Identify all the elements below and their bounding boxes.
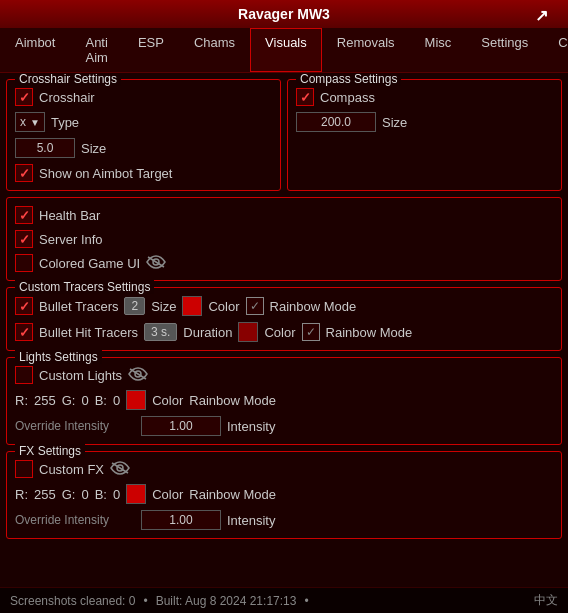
bullet-hit-tracers-color-swatch[interactable] — [238, 322, 258, 342]
custom-lights-label: Custom Lights — [39, 368, 122, 383]
fx-rainbow-label: Rainbow Mode — [189, 487, 276, 502]
health-bar-label: Health Bar — [39, 208, 100, 223]
compass-size-input[interactable] — [296, 112, 376, 132]
title-bar: Ravager MW3 ↗ — [0, 0, 568, 28]
fx-color-swatch[interactable] — [126, 484, 146, 504]
fx-r-value: 255 — [34, 487, 56, 502]
bullet-tracers-size-badge: 2 — [124, 297, 145, 315]
compass-size-label: Size — [382, 115, 407, 130]
bullet-hit-tracers-rainbow-label: Rainbow Mode — [326, 325, 413, 340]
bullet-tracers-rainbow-checkbox[interactable] — [246, 297, 264, 315]
fx-intensity-value: 1.00 — [141, 510, 221, 530]
lights-r-label: R: — [15, 393, 28, 408]
bullet-tracers-color-label: Color — [208, 299, 239, 314]
compass-section-label: Compass Settings — [296, 73, 401, 86]
bullet-tracers-rainbow-label: Rainbow Mode — [270, 299, 357, 314]
nav-visuals[interactable]: Visuals — [250, 28, 322, 72]
lights-intensity-value: 1.00 — [141, 416, 221, 436]
fx-rgb-row: R: 255 G: 0 B: 0 Color Rainbow Mode — [15, 484, 553, 504]
nav-aimbot[interactable]: Aimbot — [0, 28, 70, 72]
dot1: • — [143, 594, 147, 608]
fx-section-label: FX Settings — [15, 444, 85, 458]
fx-r-label: R: — [15, 487, 28, 502]
app-title: Ravager MW3 — [238, 6, 330, 22]
server-info-checkbox[interactable] — [15, 230, 33, 248]
visual-options-panel: Health Bar Server Info Colored Game UI — [6, 197, 562, 281]
type-row: x ▼ Type — [15, 112, 272, 132]
lights-section-label: Lights Settings — [15, 350, 102, 364]
nav-chams[interactable]: Chams — [179, 28, 250, 72]
custom-fx-label: Custom FX — [39, 462, 104, 477]
bullet-hit-tracers-rainbow-checkbox[interactable] — [302, 323, 320, 341]
compass-row: Compass — [296, 88, 553, 106]
nav-bar: Aimbot Anti Aim ESP Chams Visuals Remova… — [0, 28, 568, 73]
lights-g-label: G: — [62, 393, 76, 408]
bullet-tracers-color-swatch[interactable] — [182, 296, 202, 316]
lights-rgb-row: R: 255 G: 0 B: 0 Color Rainbow Mode — [15, 390, 553, 410]
lights-override-label: Override Intensity — [15, 419, 135, 433]
custom-fx-eye-icon[interactable] — [110, 461, 130, 478]
custom-lights-row: Custom Lights — [15, 366, 553, 384]
show-aimbot-checkbox[interactable] — [15, 164, 33, 182]
lights-r-value: 255 — [34, 393, 56, 408]
lights-color-swatch[interactable] — [126, 390, 146, 410]
bullet-hit-tracers-label: Bullet Hit Tracers — [39, 325, 138, 340]
custom-fx-row: Custom FX — [15, 460, 553, 478]
bullet-hit-tracers-duration-label: Duration — [183, 325, 232, 340]
show-aimbot-label: Show on Aimbot Target — [39, 166, 172, 181]
lights-rainbow-label: Rainbow Mode — [189, 393, 276, 408]
colored-ui-eye-icon[interactable] — [146, 255, 166, 272]
size-label: Size — [81, 141, 106, 156]
lights-color-label: Color — [152, 393, 183, 408]
health-bar-checkbox[interactable] — [15, 206, 33, 224]
show-aimbot-row: Show on Aimbot Target — [15, 164, 272, 182]
crosshair-row: Crosshair — [15, 88, 272, 106]
nav-removals[interactable]: Removals — [322, 28, 410, 72]
server-info-label: Server Info — [39, 232, 103, 247]
server-info-row: Server Info — [15, 230, 553, 248]
top-row: Crosshair Settings Crosshair x ▼ Type Si… — [6, 79, 562, 191]
bullet-tracers-label: Bullet Tracers — [39, 299, 118, 314]
custom-lights-eye-icon[interactable] — [128, 367, 148, 384]
fx-intensity-row: Override Intensity 1.00 Intensity — [15, 510, 553, 530]
tracers-section-label: Custom Tracers Settings — [15, 280, 154, 294]
fx-g-value: 0 — [81, 487, 88, 502]
custom-fx-checkbox[interactable] — [15, 460, 33, 478]
bullet-hit-tracers-row: Bullet Hit Tracers 3 s. Duration Color R… — [15, 322, 553, 342]
screenshots-text: Screenshots cleaned: 0 — [10, 594, 135, 608]
custom-lights-checkbox[interactable] — [15, 366, 33, 384]
dot2: • — [304, 594, 308, 608]
compass-settings-panel: Compass Settings Compass Size — [287, 79, 562, 191]
compass-label: Compass — [320, 90, 375, 105]
health-bar-row: Health Bar — [15, 206, 553, 224]
nav-config[interactable]: Config — [543, 28, 568, 72]
nav-esp[interactable]: ESP — [123, 28, 179, 72]
fx-intensity-label: Intensity — [227, 513, 275, 528]
crosshair-section-label: Crosshair Settings — [15, 73, 121, 86]
compass-checkbox[interactable] — [296, 88, 314, 106]
nav-anti-aim[interactable]: Anti Aim — [70, 28, 122, 72]
lights-intensity-label: Intensity — [227, 419, 275, 434]
bullet-tracers-checkbox[interactable] — [15, 297, 33, 315]
fx-b-label: B: — [95, 487, 107, 502]
nav-misc[interactable]: Misc — [410, 28, 467, 72]
crosshair-checkbox[interactable] — [15, 88, 33, 106]
bullet-tracers-row: Bullet Tracers 2 Size Color Rainbow Mode — [15, 296, 553, 316]
colored-ui-checkbox[interactable] — [15, 254, 33, 272]
colored-ui-label: Colored Game UI — [39, 256, 140, 271]
status-bar: Screenshots cleaned: 0 • Built: Aug 8 20… — [0, 587, 568, 613]
fx-settings-panel: FX Settings Custom FX R: 255 G: 0 B: 0 C… — [6, 451, 562, 539]
nav-settings[interactable]: Settings — [466, 28, 543, 72]
fx-override-label: Override Intensity — [15, 513, 135, 527]
crosshair-settings-panel: Crosshair Settings Crosshair x ▼ Type Si… — [6, 79, 281, 191]
size-input[interactable] — [15, 138, 75, 158]
lights-b-label: B: — [95, 393, 107, 408]
bullet-hit-tracers-checkbox[interactable] — [15, 323, 33, 341]
fx-color-label: Color — [152, 487, 183, 502]
language-selector[interactable]: 中文 — [534, 592, 558, 609]
type-dropdown[interactable]: x ▼ — [15, 112, 45, 132]
type-label: Type — [51, 115, 79, 130]
dropdown-arrow: ▼ — [30, 117, 40, 128]
main-content: Crosshair Settings Crosshair x ▼ Type Si… — [0, 73, 568, 598]
fx-g-label: G: — [62, 487, 76, 502]
